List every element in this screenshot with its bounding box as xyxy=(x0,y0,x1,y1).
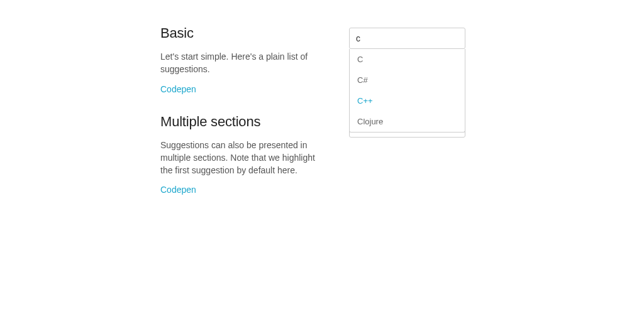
multiple-description: Suggestions can also be presented in mul… xyxy=(160,139,318,177)
basic-codepen-link[interactable]: Codepen xyxy=(160,84,196,94)
suggestion-item[interactable]: C xyxy=(350,49,465,70)
suggestion-item[interactable]: C++ xyxy=(350,90,465,111)
section-basic: Basic Let's start simple. Here's a plain… xyxy=(160,25,644,95)
basic-title: Basic xyxy=(160,25,318,41)
basic-left: Basic Let's start simple. Here's a plain… xyxy=(160,25,318,95)
suggestion-item[interactable]: C# xyxy=(350,70,465,90)
basic-description: Let's start simple. Here's a plain list … xyxy=(160,50,318,76)
multiple-left: Multiple sections Suggestions can also b… xyxy=(160,114,318,196)
suggestion-item[interactable]: Clojure xyxy=(350,111,465,132)
basic-input[interactable] xyxy=(349,28,465,49)
basic-input-wrap: C C# C++ Clojure xyxy=(349,28,465,49)
multiple-codepen-link[interactable]: Codepen xyxy=(160,185,196,195)
basic-suggestions: C C# C++ Clojure xyxy=(349,49,465,133)
basic-right: C C# C++ Clojure xyxy=(349,25,465,49)
multiple-title: Multiple sections xyxy=(160,114,318,130)
